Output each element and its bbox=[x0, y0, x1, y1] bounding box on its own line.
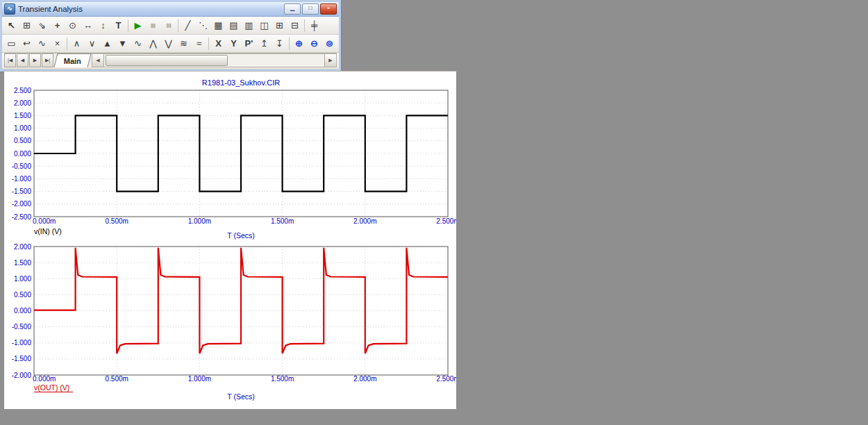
maximize-button[interactable]: □ bbox=[302, 3, 319, 15]
delete-curve-icon[interactable]: × bbox=[50, 37, 65, 51]
y-tick-label: -1.500 bbox=[12, 188, 32, 195]
zoom-out-button[interactable]: ⊖ bbox=[307, 37, 322, 51]
x-axis-label: T (Secs) bbox=[227, 231, 254, 240]
next-page-button[interactable]: ▶ bbox=[29, 53, 41, 67]
prev-page-button[interactable]: ◀ bbox=[17, 53, 28, 67]
toolbar-separator bbox=[304, 19, 305, 32]
x-tick-label: 1.500m bbox=[271, 375, 294, 383]
x-tick-label: 0.500m bbox=[106, 375, 128, 383]
toolbar-separator bbox=[208, 38, 209, 50]
y-tick-label: 1.000 bbox=[14, 275, 31, 283]
previous-branch-icon[interactable]: ↧ bbox=[272, 37, 287, 51]
analysis-limits-icon[interactable]: ▭ bbox=[4, 37, 19, 51]
exit-analysis-icon[interactable]: ↩ bbox=[19, 37, 34, 51]
horizontal-tag-icon[interactable]: ↔ bbox=[81, 19, 95, 33]
run-button[interactable]: ▶ bbox=[131, 19, 145, 33]
x-grid-icon[interactable]: ▥ bbox=[242, 19, 256, 33]
trace-v-in-v-[interactable] bbox=[34, 115, 448, 191]
crosshair-icon[interactable]: ╪ bbox=[307, 19, 322, 33]
y-tick-label: -2.500 bbox=[12, 213, 32, 221]
next-branch-icon[interactable]: ↥ bbox=[257, 37, 272, 51]
zoom-fit-button[interactable]: ⊚ bbox=[322, 37, 337, 51]
x-tick-label: 2.500m bbox=[436, 217, 456, 225]
text-tool[interactable]: T bbox=[111, 19, 126, 33]
plot-title: R1981-03_Sukhov.CIR bbox=[202, 78, 280, 87]
add-curve-icon[interactable]: ∿ bbox=[35, 37, 49, 51]
y-tick-label: 0.500 bbox=[14, 137, 31, 144]
x-tick-label: 0.500m bbox=[106, 217, 128, 225]
plot-area: R1981-03_Sukhov.CIR2.5002.0001.5001.0000… bbox=[4, 71, 456, 409]
line-mode-icon[interactable]: ╱ bbox=[181, 19, 195, 33]
waveform-expression-label[interactable]: v(IN) (V) bbox=[34, 227, 62, 235]
pause-button[interactable]: ▮▮ bbox=[161, 19, 176, 33]
y-tick-label: 0.000 bbox=[14, 307, 31, 315]
graph-paper-icon[interactable]: ▤ bbox=[226, 19, 241, 33]
right-window-controls: ▁ □ × bbox=[284, 3, 337, 15]
y-tick-label: 2.000 bbox=[14, 99, 31, 107]
toolbar-separator bbox=[128, 19, 128, 32]
x-tick-label: 2.000m bbox=[353, 375, 376, 383]
inflection-icon[interactable]: ∿ bbox=[131, 37, 145, 51]
close-button[interactable]: × bbox=[320, 3, 337, 15]
y-tick-label: 1.000 bbox=[14, 124, 31, 132]
first-page-button[interactable]: |◀ bbox=[4, 53, 16, 67]
plot-1: R1981-03_Sukhov.CIR2.5002.0001.5001.0000… bbox=[12, 78, 456, 240]
right-horizontal-scrollbar[interactable]: ◀ ▶ bbox=[92, 53, 337, 67]
y-grid-icon[interactable]: ◫ bbox=[257, 19, 272, 33]
go-to-y-icon[interactable]: Y bbox=[226, 37, 241, 51]
x-tick-label: 2.500m bbox=[436, 375, 456, 383]
waveform-expression-label[interactable]: v(OUT) (V) bbox=[34, 383, 69, 392]
y-tick-label: -2.000 bbox=[12, 200, 32, 208]
x-tick-label: 1.000m bbox=[188, 375, 211, 383]
envelope-top-icon[interactable]: ≋ bbox=[176, 37, 191, 51]
right-titlebar[interactable]: ∿ Transient Analysis ▁ □ × bbox=[2, 2, 339, 17]
scroll-left-button[interactable]: ◀ bbox=[92, 54, 104, 67]
toolbar-separator bbox=[289, 38, 290, 50]
vertical-tag-icon[interactable]: ↕ bbox=[96, 19, 110, 33]
token-icon[interactable]: ▦ bbox=[211, 19, 226, 33]
data-points-icon[interactable]: ⋱ bbox=[196, 19, 210, 33]
global-low-icon[interactable]: ⋁ bbox=[161, 37, 176, 51]
select-tool[interactable]: ↖ bbox=[4, 19, 19, 33]
toolbar-separator bbox=[178, 19, 178, 32]
go-to-performance-icon[interactable]: P' bbox=[242, 37, 256, 51]
peak-icon[interactable]: ∧ bbox=[69, 37, 84, 51]
x-tick-label: 2.000m bbox=[353, 217, 376, 225]
y-tick-label: -1.000 bbox=[12, 339, 32, 347]
point-tag-icon[interactable]: ⊙ bbox=[65, 19, 80, 33]
y-tick-label: -2.000 bbox=[12, 372, 32, 379]
right-toolbar-row1: ↖⊞⇘+⊙↔↕T▶■▮▮╱⋱▦▤▥◫⊞⊟╪ bbox=[2, 17, 339, 35]
zoom-in-button[interactable]: ⊕ bbox=[292, 37, 306, 51]
y-tick-label: -1.000 bbox=[12, 175, 32, 183]
scroll-right-button[interactable]: ▶ bbox=[324, 54, 336, 67]
y-tick-label: 1.500 bbox=[14, 112, 31, 119]
stop-button[interactable]: ■ bbox=[146, 19, 160, 33]
analysis-app-icon: ∿ bbox=[4, 3, 15, 15]
last-page-button[interactable]: ▶| bbox=[42, 53, 53, 67]
scale-mode-icon[interactable]: ⇘ bbox=[35, 19, 49, 33]
low-icon[interactable]: ▼ bbox=[115, 37, 130, 51]
y-tick-label: 2.000 bbox=[14, 243, 31, 251]
horizontal-scroll-track[interactable] bbox=[104, 54, 324, 67]
waveform-plots[interactable]: R1981-03_Sukhov.CIR2.5002.0001.5001.0000… bbox=[4, 72, 456, 409]
transient-analysis-window: ∿ Transient Analysis ▁ □ × ↖⊞⇘+⊙↔↕T▶■▮▮╱… bbox=[0, 0, 341, 72]
envelope-bottom-icon[interactable]: ≈ bbox=[192, 37, 206, 51]
go-to-x-icon[interactable]: X bbox=[211, 37, 226, 51]
minimize-button[interactable]: ▁ bbox=[284, 3, 301, 15]
minor-grid-icon[interactable]: ⊞ bbox=[272, 19, 287, 33]
cursor-mode-icon[interactable]: + bbox=[50, 19, 65, 33]
horizontal-scroll-thumb[interactable] bbox=[106, 55, 228, 66]
graph-object-icon[interactable]: ⊞ bbox=[19, 19, 34, 33]
x-tick-label: 1.000m bbox=[188, 217, 211, 225]
trace-v-out-v-[interactable] bbox=[34, 248, 448, 353]
global-high-icon[interactable]: ⋀ bbox=[146, 37, 160, 51]
valley-icon[interactable]: ∨ bbox=[85, 37, 99, 51]
y-tick-label: 0.500 bbox=[14, 291, 31, 299]
high-icon[interactable]: ▲ bbox=[100, 37, 115, 51]
right-tab-bar: |◀ ◀ ▶ ▶| Main ◀ ▶ bbox=[4, 53, 337, 67]
y-tick-label: -1.500 bbox=[12, 355, 32, 362]
right-page-tabs: Main bbox=[56, 53, 86, 67]
tab-main[interactable]: Main bbox=[54, 53, 92, 67]
y-tick-label: -0.500 bbox=[12, 162, 32, 170]
baseline-icon[interactable]: ⊟ bbox=[287, 19, 302, 33]
